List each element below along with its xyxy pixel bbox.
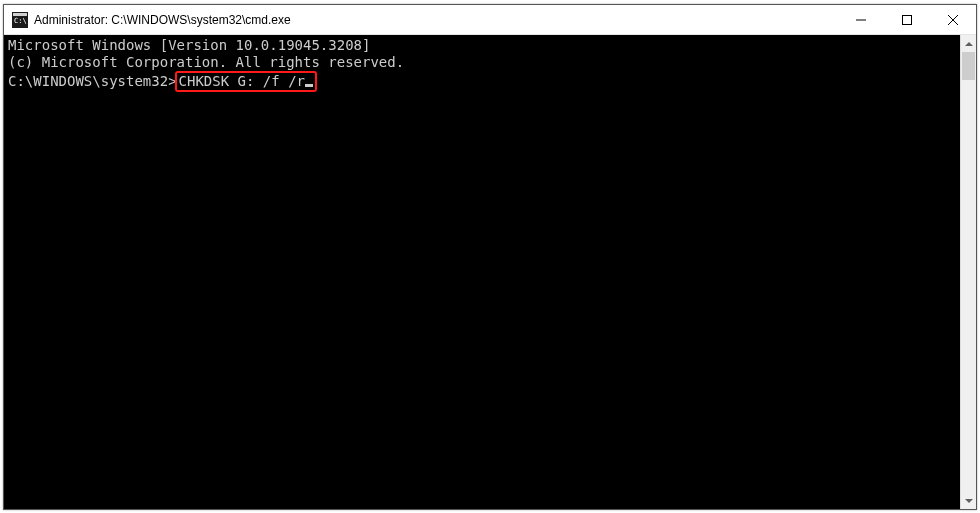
scroll-up-arrow-icon[interactable] [961, 35, 976, 52]
maximize-button[interactable] [884, 5, 930, 34]
close-button[interactable] [930, 5, 976, 34]
terminal-line-copyright: (c) Microsoft Corporation. All rights re… [8, 54, 956, 71]
command-highlight-box: CHKDSK G: /f /r [175, 71, 317, 92]
cmd-window: C:\ Administrator: C:\WINDOWS\system32\c… [3, 4, 977, 510]
titlebar[interactable]: C:\ Administrator: C:\WINDOWS\system32\c… [4, 5, 976, 35]
window-title: Administrator: C:\WINDOWS\system32\cmd.e… [34, 13, 838, 27]
svg-text:C:\: C:\ [14, 17, 27, 25]
terminal-content[interactable]: Microsoft Windows [Version 10.0.19045.32… [4, 35, 960, 509]
terminal-area: Microsoft Windows [Version 10.0.19045.32… [4, 35, 976, 509]
scroll-down-arrow-icon[interactable] [961, 492, 976, 509]
scroll-thumb[interactable] [962, 52, 975, 80]
svg-marker-7 [965, 42, 973, 46]
terminal-cursor [305, 84, 313, 87]
terminal-line-version: Microsoft Windows [Version 10.0.19045.32… [8, 37, 956, 54]
vertical-scrollbar[interactable] [960, 35, 976, 509]
terminal-command: CHKDSK G: /f /r [179, 73, 305, 89]
terminal-prompt-line: C:\WINDOWS\system32>CHKDSK G: /f /r [8, 71, 956, 92]
cmd-icon: C:\ [12, 12, 28, 28]
svg-rect-4 [903, 15, 912, 24]
svg-marker-8 [965, 499, 973, 503]
minimize-button[interactable] [838, 5, 884, 34]
terminal-prompt: C:\WINDOWS\system32> [8, 73, 177, 89]
svg-rect-1 [13, 13, 27, 16]
window-controls [838, 5, 976, 34]
